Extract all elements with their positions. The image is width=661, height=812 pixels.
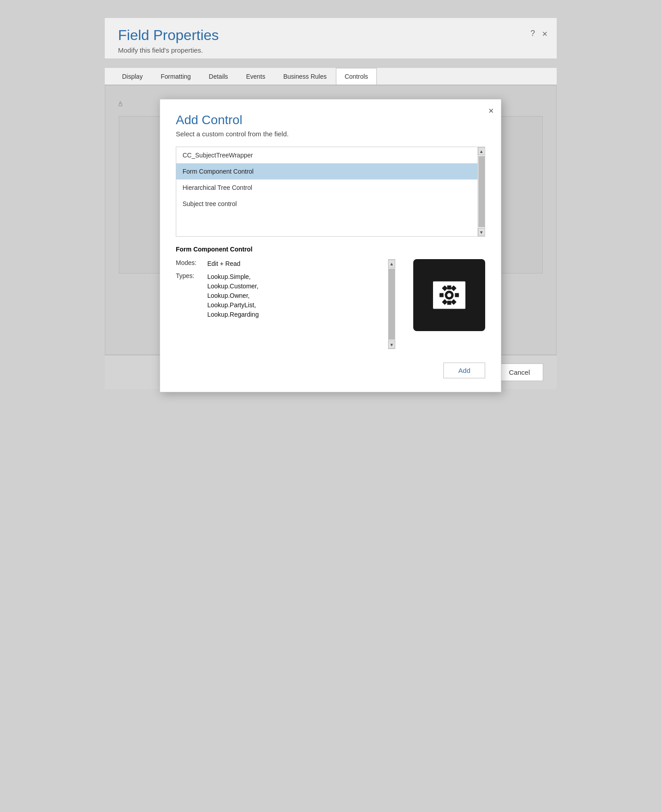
- svg-rect-4: [447, 285, 451, 289]
- detail-scroll-down[interactable]: ▼: [388, 341, 395, 349]
- listbox-inner: CC_SubjectTreeWrapper Form Component Con…: [176, 147, 485, 236]
- detail-section-title: Form Component Control: [176, 246, 485, 253]
- modal-title: Add Control: [176, 113, 485, 127]
- list-item-hierarchical[interactable]: Hierarchical Tree Control: [176, 179, 485, 196]
- page-container: Field Properties Modify this field's pro…: [105, 0, 557, 389]
- svg-rect-6: [455, 293, 459, 297]
- detail-scroll-up[interactable]: ▲: [388, 260, 395, 268]
- field-properties-panel: Field Properties Modify this field's pro…: [105, 18, 557, 389]
- add-button[interactable]: Add: [443, 363, 485, 378]
- detail-scroll-track: [389, 269, 395, 340]
- detail-section: Form Component Control Modes: Edit + Rea…: [176, 246, 485, 349]
- tab-business-rules[interactable]: Business Rules: [275, 68, 335, 85]
- modal-footer: Add: [176, 363, 485, 378]
- field-properties-subtitle: Modify this field's properties.: [118, 46, 543, 54]
- tab-formatting[interactable]: Formatting: [152, 68, 199, 85]
- list-item-subject-tree[interactable]: Subject tree control: [176, 196, 485, 212]
- scroll-track: [478, 156, 485, 227]
- control-listbox: CC_SubjectTreeWrapper Form Component Con…: [176, 147, 485, 237]
- scroll-up-arrow[interactable]: ▲: [478, 147, 485, 155]
- field-properties-header: Field Properties Modify this field's pro…: [105, 18, 557, 59]
- detail-table: Modes: Edit + Read Types: Lookup.Simple,…: [176, 259, 384, 349]
- cancel-button[interactable]: Cancel: [496, 363, 543, 381]
- gear-icon: [429, 275, 469, 315]
- help-icon[interactable]: ?: [531, 29, 535, 39]
- list-item-cc-subject[interactable]: CC_SubjectTreeWrapper: [176, 147, 485, 163]
- svg-point-3: [447, 293, 451, 297]
- listbox-scrollbar: ▲ ▼: [478, 147, 485, 236]
- header-icons: ? ×: [531, 29, 548, 39]
- tab-events[interactable]: Events: [237, 68, 274, 85]
- modal-overlay: × Add Control Select a custom control fr…: [105, 85, 556, 354]
- detail-scrollbar: ▲ ▼: [388, 259, 395, 349]
- modes-label: Modes:: [176, 259, 207, 266]
- tab-display[interactable]: Display: [114, 68, 152, 85]
- types-value: Lookup.Simple,Lookup.Customer,Lookup.Own…: [207, 272, 259, 319]
- svg-rect-7: [439, 293, 443, 297]
- svg-rect-5: [447, 301, 451, 305]
- control-icon: [413, 259, 485, 331]
- modal-subtitle: Select a custom control from the field.: [176, 130, 485, 138]
- detail-row-modes: Modes: Edit + Read: [176, 259, 384, 269]
- list-item-form-component[interactable]: Form Component Control: [176, 163, 485, 179]
- types-label: Types:: [176, 272, 207, 279]
- field-properties-title: Field Properties: [118, 27, 543, 44]
- modal-close-icon[interactable]: ×: [488, 106, 494, 116]
- detail-content: Modes: Edit + Read Types: Lookup.Simple,…: [176, 259, 485, 349]
- detail-row-types: Types: Lookup.Simple,Lookup.Customer,Loo…: [176, 272, 384, 319]
- main-content: A × Add Control Select a custom control …: [105, 85, 557, 355]
- tab-details[interactable]: Details: [200, 68, 237, 85]
- modal-dialog: × Add Control Select a custom control fr…: [160, 99, 501, 392]
- modes-value: Edit + Read: [207, 259, 241, 269]
- scroll-down-arrow[interactable]: ▼: [478, 228, 485, 236]
- detail-left: Modes: Edit + Read Types: Lookup.Simple,…: [176, 259, 395, 349]
- tabs-bar: Display Formatting Details Events Busine…: [105, 68, 557, 85]
- window-close-icon[interactable]: ×: [542, 29, 548, 39]
- tab-controls[interactable]: Controls: [336, 68, 376, 85]
